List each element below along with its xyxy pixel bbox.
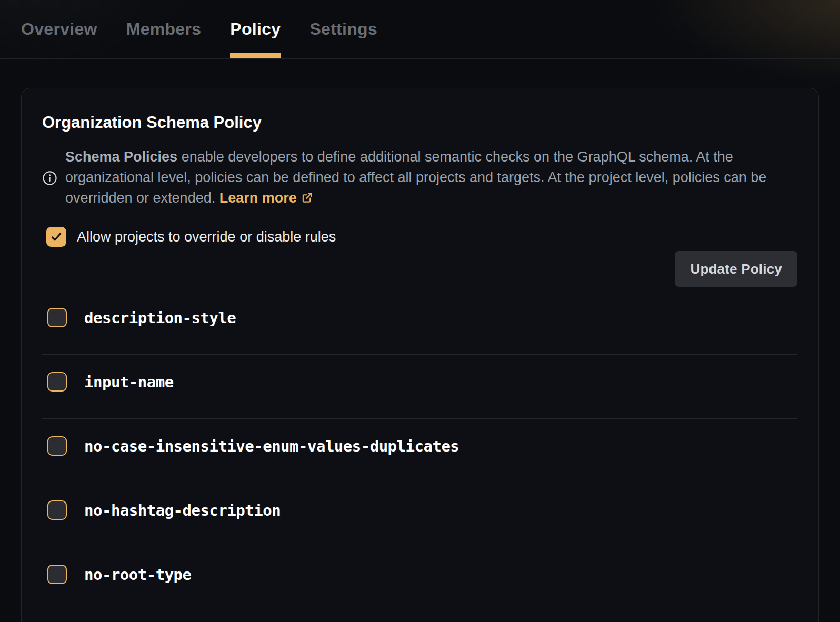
rule-checkbox-input-name[interactable] [47,372,67,392]
update-policy-button[interactable]: Update Policy [675,251,797,287]
info-circle-icon [42,170,57,186]
learn-more-link[interactable]: Learn more [219,190,313,206]
rule-row-no-root-type: no-root-type [42,547,797,611]
actions-row: Update Policy [42,251,797,287]
learn-more-label: Learn more [219,190,297,206]
external-link-icon [301,189,313,209]
policy-description: Schema Policies enable developers to def… [42,147,797,209]
rule-name: description-style [84,309,236,327]
rule-name: no-case-insensitive-enum-values-duplicat… [84,437,459,455]
rule-checkbox-no-root-type[interactable] [47,565,67,584]
rule-name: no-hashtag-description [84,501,281,519]
tab-members[interactable]: Members [126,0,202,58]
allow-override-label: Allow projects to override or disable ru… [77,229,336,245]
organization-schema-policy-card: Organization Schema Policy Schema Polici… [21,88,819,622]
rule-row-no-hashtag-description: no-hashtag-description [42,483,797,547]
rule-checkbox-description-style[interactable] [47,308,67,327]
rule-row-description-style: description-style [42,290,797,355]
allow-override-row: Allow projects to override or disable ru… [42,227,797,247]
check-icon [49,230,63,244]
tab-overview[interactable]: Overview [21,0,97,58]
rule-row-no-case-insensitive-enum-values-duplicates: no-case-insensitive-enum-values-duplicat… [42,419,797,483]
tab-policy[interactable]: Policy [230,0,281,58]
page-title: Organization Schema Policy [42,113,797,132]
rules-list: description-style input-name no-case-ins… [42,290,797,611]
rule-checkbox-no-hashtag-description[interactable] [47,500,67,520]
allow-override-checkbox[interactable] [46,227,66,247]
top-navigation: Overview Members Policy Settings [0,0,840,59]
description-lead: Schema Policies [65,149,177,165]
tab-settings[interactable]: Settings [309,0,377,58]
rule-name: input-name [84,373,174,391]
rule-row-input-name: input-name [42,355,797,419]
rule-name: no-root-type [84,566,192,584]
policy-description-text: Schema Policies enable developers to def… [65,147,787,209]
rule-checkbox-no-case-insensitive-enum-values-duplicates[interactable] [47,436,67,456]
